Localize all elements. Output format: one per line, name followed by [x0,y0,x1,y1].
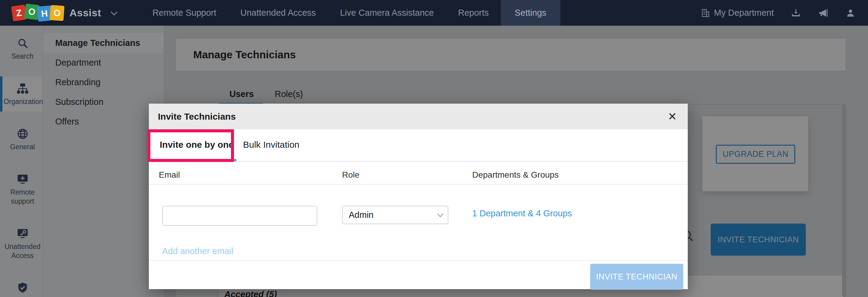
nav-item-unattended-access[interactable]: Unattended Access [228,0,328,26]
modal-footer: INVITE TECHNICIAN [149,260,688,289]
invite-technicians-modal: Invite Technicians ✕ Invite one by one B… [149,103,688,289]
nav-item-settings[interactable]: Settings [501,0,560,26]
download-icon[interactable] [791,8,801,18]
zoho-logo: Z O H O [12,5,63,21]
invite-form-row: Admin 1 Department & 4 Groups Add anothe… [149,201,688,260]
departments-groups-link[interactable]: 1 Department & 4 Groups [472,208,572,218]
column-header-role: Role [342,170,360,180]
nav-item-reports[interactable]: Reports [446,0,501,26]
zoho-assist-brand[interactable]: Z O H O Assist [12,5,116,21]
logo-tile-o2: O [50,5,64,21]
role-selected-value: Admin [349,210,373,220]
role-dropdown[interactable]: Admin [342,206,448,224]
add-another-email-link[interactable]: Add another email [162,246,233,256]
nav-item-live-camera-assistance[interactable]: Live Camera Assistance [328,0,446,26]
user-profile-icon[interactable] [846,8,855,18]
nav-item-remote-support[interactable]: Remote Support [141,0,228,26]
close-icon[interactable]: ✕ [665,110,679,123]
tab-bulk-invitation[interactable]: Bulk Invitation [243,140,300,150]
department-selector[interactable]: My Department [714,8,774,18]
primary-nav: Remote Support Unattended Access Live Ca… [141,0,560,26]
column-divider [149,184,688,185]
modal-invite-technician-button[interactable]: INVITE TECHNICIAN [590,264,683,290]
building-icon [701,8,710,18]
announcement-icon[interactable] [818,7,829,19]
topnav-right-group: My Department [701,7,855,19]
chevron-down-icon [437,211,443,217]
modal-title: Invite Technicians [158,112,236,122]
product-name: Assist [69,7,101,19]
column-header-departments-groups: Departments & Groups [472,170,559,180]
top-navbar: Z O H O Assist Remote Support Unattended… [0,0,868,26]
chevron-down-icon[interactable] [111,8,118,16]
modal-column-headers: Email Role Departments & Groups [149,161,688,201]
modal-tabs: Invite one by one Bulk Invitation [149,129,688,161]
annotation-highlight-box [147,129,234,162]
modal-header: Invite Technicians ✕ [149,103,688,129]
email-field[interactable] [162,206,317,226]
column-header-email: Email [159,170,180,180]
